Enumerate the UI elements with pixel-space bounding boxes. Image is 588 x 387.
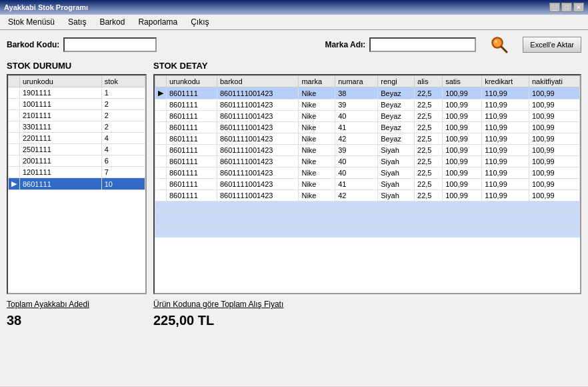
cell-numara: 40 xyxy=(335,111,378,122)
cell-stok: 4 xyxy=(101,144,145,155)
excel-button[interactable]: Excell'e Aktar xyxy=(523,37,581,53)
col-kredikart: kredikart xyxy=(482,76,529,87)
col-urunkodu-right: urunkodu xyxy=(167,76,217,87)
cell-stok: 4 xyxy=(101,133,145,144)
cell-marka: Nike xyxy=(299,156,335,167)
cell-barkod: 8601111001423 xyxy=(217,167,299,179)
cell-urunkodu: 8601111 xyxy=(167,190,217,202)
stok-detay-table-container[interactable]: urunkodu barkod marka numara rengi alis … xyxy=(153,74,581,294)
table-row[interactable]: 2501111 4 xyxy=(9,144,145,155)
table-row[interactable]: ▶ 8601111 8601111001423 Nike 38 Beyaz 22… xyxy=(155,87,580,99)
cell-kredikart: 110,99 xyxy=(482,99,529,111)
cell-barkod: 8601111001423 xyxy=(217,190,299,202)
col-barkod: barkod xyxy=(217,76,299,87)
cell-stok: 2 xyxy=(101,99,145,110)
col-stok-left: stok xyxy=(101,76,145,87)
cell-numara: 40 xyxy=(335,156,378,167)
cell-urunkodu: 8601111 xyxy=(167,167,217,179)
table-row[interactable]: 8601111 8601111001423 Nike 40 Beyaz 22,5… xyxy=(155,111,580,122)
table-row[interactable]: 2101111 2 xyxy=(9,110,145,121)
row-arrow xyxy=(155,111,167,122)
table-row[interactable]: 8601111 8601111001423 Nike 41 Siyah 22,5… xyxy=(155,179,580,190)
cell-urunkodu: 8601111 xyxy=(167,87,217,99)
table-row[interactable]: 8601111 8601111001423 Nike 40 Siyah 22,5… xyxy=(155,167,580,179)
menu-cikis[interactable]: Çıkış xyxy=(185,16,214,28)
cell-urunkodu: 8601111 xyxy=(167,99,217,111)
col-arrow-right xyxy=(155,76,167,87)
cell-rengi: Beyaz xyxy=(378,122,415,133)
row-arrow xyxy=(155,190,167,202)
right-panel: STOK DETAY urunkodu barkod marka numara … xyxy=(153,61,581,328)
barkod-input[interactable] xyxy=(63,37,157,52)
row-arrow xyxy=(155,133,167,145)
menu-barkod[interactable]: Barkod xyxy=(94,16,130,28)
cell-satis: 100,99 xyxy=(443,190,482,202)
table-row[interactable]: 3301111 2 xyxy=(9,121,145,133)
cell-rengi: Beyaz xyxy=(378,133,415,145)
cell-barkod: 8601111001423 xyxy=(217,122,299,133)
table-row[interactable]: 1001111 2 xyxy=(9,99,145,110)
minimize-button[interactable]: _ xyxy=(549,3,560,12)
marka-input[interactable] xyxy=(369,37,476,52)
cell-satis: 100,99 xyxy=(443,156,482,167)
col-numara: numara xyxy=(335,76,378,87)
cell-satis: 100,99 xyxy=(443,179,482,190)
cell-numara: 41 xyxy=(335,122,378,133)
urun-kodu-toplam-label[interactable]: Ürün Koduna göre Toplam Alış Fiyatı xyxy=(153,300,581,309)
table-row[interactable]: 8601111 8601111001423 Nike 39 Beyaz 22,5… xyxy=(155,99,580,111)
cell-satis: 100,99 xyxy=(443,87,482,99)
row-arrow xyxy=(9,121,20,133)
search-icon xyxy=(490,35,509,54)
cell-urunkodu: 8601111 xyxy=(167,145,217,156)
total-ayakkabi-label[interactable]: Toplam Ayakkabı Adedi xyxy=(7,300,147,309)
cell-numara: 41 xyxy=(335,179,378,190)
table-row[interactable]: ▶ 8601111 10 xyxy=(9,178,145,190)
row-arrow: ▶ xyxy=(9,178,20,190)
cell-urunkodu: 8601111 xyxy=(167,156,217,167)
cell-marka: Nike xyxy=(299,179,335,190)
cell-urunkodu: 2501111 xyxy=(20,144,102,155)
table-row[interactable]: 2201111 4 xyxy=(9,133,145,144)
table-row[interactable]: 8601111 8601111001423 Nike 39 Siyah 22,5… xyxy=(155,145,580,156)
stok-detay-title: STOK DETAY xyxy=(153,61,581,71)
cell-urunkodu: 1001111 xyxy=(20,99,102,110)
cell-nakitfiyati: 100,99 xyxy=(529,99,580,111)
stok-durumu-title: STOK DURUMU xyxy=(7,61,147,71)
cell-urunkodu: 8601111 xyxy=(167,122,217,133)
stok-durumu-table-container[interactable]: urunkodu stok 1901111 1 1001111 2 210111… xyxy=(7,74,147,294)
row-arrow xyxy=(9,110,20,121)
maximize-button[interactable]: □ xyxy=(561,3,572,12)
cell-alis: 22,5 xyxy=(415,122,443,133)
table-row[interactable]: 1901111 1 xyxy=(9,87,145,99)
table-row[interactable]: 8601111 8601111001423 Nike 41 Beyaz 22,5… xyxy=(155,122,580,133)
cell-kredikart: 110,99 xyxy=(482,133,529,145)
close-button[interactable]: ✕ xyxy=(573,3,584,12)
cell-marka: Nike xyxy=(299,87,335,99)
col-marka: marka xyxy=(299,76,335,87)
cell-nakitfiyati: 100,99 xyxy=(529,87,580,99)
cell-marka: Nike xyxy=(299,99,335,111)
cell-kredikart: 110,99 xyxy=(482,122,529,133)
menu-stok[interactable]: Stok Menüsü xyxy=(3,16,60,28)
row-arrow xyxy=(155,99,167,111)
row-arrow xyxy=(155,167,167,179)
table-row[interactable]: 2001111 6 xyxy=(9,155,145,167)
window-controls[interactable]: _ □ ✕ xyxy=(549,3,584,12)
cell-urunkodu: 3301111 xyxy=(20,121,102,133)
table-row[interactable]: 1201111 7 xyxy=(9,167,145,178)
cell-alis: 22,5 xyxy=(415,167,443,179)
row-arrow xyxy=(9,133,20,144)
cell-urunkodu: 8601111 xyxy=(167,179,217,190)
table-row[interactable]: 8601111 8601111001423 Nike 40 Siyah 22,5… xyxy=(155,156,580,167)
cell-nakitfiyati: 100,99 xyxy=(529,133,580,145)
cell-alis: 22,5 xyxy=(415,179,443,190)
table-row[interactable]: 8601111 8601111001423 Nike 42 Siyah 22,5… xyxy=(155,190,580,202)
svg-point-1 xyxy=(493,39,501,47)
menu-satis[interactable]: Satış xyxy=(63,16,91,28)
search-icon-box[interactable] xyxy=(489,35,509,54)
row-arrow xyxy=(155,179,167,190)
panels: STOK DURUMU urunkodu stok 1901111 1 xyxy=(7,61,581,328)
col-satis: satis xyxy=(443,76,482,87)
menu-raporlama[interactable]: Raporlama xyxy=(133,16,183,28)
table-row[interactable]: 8601111 8601111001423 Nike 42 Beyaz 22,5… xyxy=(155,133,580,145)
